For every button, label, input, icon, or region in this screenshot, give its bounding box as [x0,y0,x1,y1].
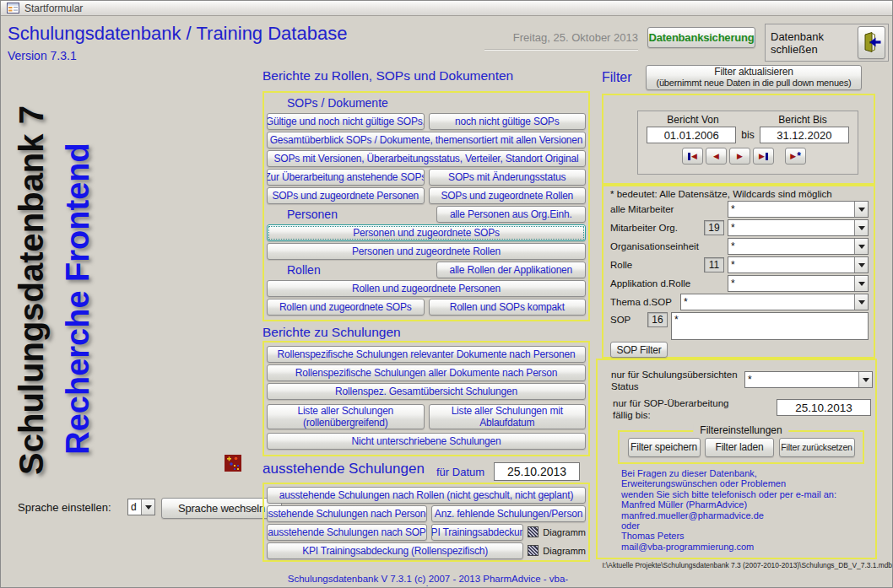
filter-speichern-button[interactable]: Filter speichern [628,438,701,457]
record-panel: Bericht Von Bericht Bis 01.01.2006 bis 3… [637,111,858,175]
schulungen-box: Rollenspezifische Schulungen relevanter … [262,341,590,456]
chevron-down-icon[interactable] [854,239,868,254]
organisationseinheit-label: Organisationseinheit [610,241,704,251]
filter-aktualisieren-button[interactable]: Filter aktualisieren (übernimmt neue Dat… [646,65,862,90]
alle-personen-button[interactable]: alle Personen aus Org.Einh. [436,206,587,223]
ausstehend-heading: ausstehende Schulungen [262,461,425,477]
filter-laden-button[interactable]: Filter laden [705,438,774,457]
nav-new-record-button[interactable]: ▶* [785,148,806,165]
anz-fehlende-schulungen-button[interactable]: Anz. fehlende Schulungen/Person [431,505,586,522]
ausstehend-nach-sop-button[interactable]: ausstehende Schulungen nach SOP [267,524,427,541]
sop-filter-button[interactable]: SOP Filter [610,342,668,358]
alle-mitarbeiter-label: alle Mitarbeiter [610,204,704,214]
chevron-down-icon[interactable] [858,372,872,387]
sops-aenderungsstatus-button[interactable]: SOPs mit Änderungsstatus [429,169,587,186]
rolle-id: 11 [704,257,724,272]
reports-docs-heading: Berichte zu Rollen, SOPs und Dokumenten [262,68,513,84]
sop-input[interactable]: * [671,312,869,340]
sops-dokumente-label: SOPs / Dokumente [267,94,586,111]
kpi-rollen-diagramm-toggle[interactable] [528,545,539,556]
nav-next-button[interactable]: ▶ [729,148,750,165]
status-select[interactable]: * [744,371,873,388]
chevron-down-icon[interactable] [854,202,868,217]
applikation-rolle-select[interactable]: * [728,275,869,292]
rollen-zugeordnete-sops-button[interactable]: Rollen und zugeordnete SOPs [267,299,425,316]
exit-door-icon [862,31,882,54]
filter-zuruecksetzen-button[interactable]: Filter zurücksetzen [779,438,855,457]
mitarbeiter-org-id: 19 [704,220,724,235]
gueltige-sops-button[interactable]: Gültige und noch nicht gültige SOPs, [267,113,425,130]
bericht-zeitraum-box: Bericht Von Bericht Bis 01.01.2006 bis 3… [602,94,875,185]
kpi-diagramm-toggle[interactable] [528,526,539,537]
sops-versionen-button[interactable]: SOPs mit Versionen, Überarbeitungsstatus… [267,150,586,167]
diagramm-label-2: Diagramm [543,542,586,559]
chevron-down-icon[interactable] [854,276,868,291]
filter-aktualisieren-line1: Filter aktualisieren [714,67,793,78]
bericht-bis-label: Bericht Bis [748,114,858,126]
personen-label: Personen [267,206,432,223]
ausstehend-nach-rollen-button[interactable]: ausstehende Schulungen nach Rollen (nich… [267,487,586,504]
nav-first-button[interactable]: ◀ [682,148,703,165]
filtereinstellungen-fieldset: Filtereinstellungen Filter speichern Fil… [618,430,864,464]
bericht-von-label: Bericht Von [638,114,748,126]
diagramm-label: Diagramm [543,524,586,541]
language-value: d [128,499,141,515]
rollenspez-relevante-dokumente-button[interactable]: Rollenspezifische Schulungen relevanter … [267,346,586,363]
rollenspez-alle-dokumente-button[interactable]: Rollenspezifische Schulungen aller Dokum… [267,364,586,381]
filter-fields-box: * bedeutet: Alle Datensätze, Wildcards s… [602,185,875,359]
rollenspez-gesamtuebersicht-button[interactable]: Rollenspez. Gesamtübersicht Schulungen [267,383,586,400]
kpi-rollenspezifisch-button[interactable]: KPI Trainingsabdeckung (Rollenspezifisch… [267,542,523,559]
filter-extra-box: nur für Schulungsübersichten Status * nu… [596,359,877,559]
nav-prev-button[interactable]: ◀ [706,148,727,165]
nav-last-button[interactable]: ▶ [753,148,774,165]
organisationseinheit-select[interactable]: * [728,238,869,255]
chevron-down-icon[interactable] [854,220,868,235]
ueberarbeitung-anstehende-sops-button[interactable]: Zur Überarbeitung anstehende SOPs [267,169,425,186]
rolle-select[interactable]: * [728,256,869,273]
chevron-down-icon[interactable] [141,499,154,515]
database-path: I:\Aktuelle Projekte\Schulungsdatenbank … [597,561,892,569]
chevron-down-icon[interactable] [854,294,868,310]
liste-schulungen-ablaufdatum-button[interactable]: Liste aller Schulungen mit Ablaufdatum [429,404,587,429]
datum-input[interactable]: 25.10.2013 [494,462,580,481]
bericht-von-input[interactable]: 01.01.2006 [647,127,736,143]
app-version: Version 7.3.1 [8,49,77,62]
sops-zugeordnete-rollen-button[interactable]: SOPs und zugeordnete Rollen [429,187,587,204]
due-date-input[interactable]: 25.10.2013 [777,399,871,416]
filtereinstellungen-legend: Filtereinstellungen [693,424,788,436]
rollen-zugeordnete-personen-button[interactable]: Rollen und zugeordnete Personen [267,280,586,297]
filter-aktualisieren-line2: (übernimmt neue Daten in die pull down m… [656,78,851,89]
gesamtueberblick-sops-button[interactable]: Gesamtüberblick SOPs / Dokumente, themen… [267,132,586,148]
due-filter-label: nur für SOP-Überarbeitung fällig bis: [613,397,728,421]
applikation-rolle-label: Applikation d.Rolle [610,278,704,289]
sop-label: SOP [610,312,647,325]
noch-nicht-gueltige-sops-button[interactable]: noch nicht gültige SOPs [429,113,587,130]
chart-icon [225,455,241,472]
startformular-window: Startformular Schulungsdatenbank / Train… [0,0,893,588]
personen-zugeordnete-rollen-button[interactable]: Personen und zugeordnete Rollen [267,243,586,260]
chevron-down-icon[interactable] [854,257,868,272]
language-select[interactable]: d [127,499,155,515]
bericht-bis-input[interactable]: 31.12.2020 [760,127,849,143]
close-database-label: Datenbank schließen [771,30,853,56]
rollen-label: Rollen [267,262,432,278]
status-filter-label: nur für Schulungsübersichten Status [611,369,738,392]
window-title: Startformular [24,3,83,14]
personen-zugeordnete-sops-button[interactable]: Personen und zugeordnete SOPs [267,224,586,241]
sop-id: 16 [647,312,668,327]
bis-label: bis [741,129,754,141]
ausstehend-nach-personen-button[interactable]: ausstehende Schulungen nach Personen [267,505,427,522]
mitarbeiter-org-select[interactable]: * [728,219,869,236]
rollen-sops-kompakt-button[interactable]: Rollen und SOPs kompakt [429,299,587,316]
alle-rollen-button[interactable]: alle Rollen der Applikationen [436,262,587,278]
thema-sop-select[interactable]: * [680,294,869,310]
liste-aller-schulungen-button[interactable]: Liste aller Schulungen (rollenübergreife… [267,404,425,429]
banner-recherche-frontend: Recherche Frontend [60,122,96,475]
datenbanksicherung-button[interactable]: Datenbanksicherung [647,27,755,48]
mitarbeiter-org-label: Mitarbeiter Org. [610,223,704,233]
alle-mitarbeiter-select[interactable]: * [728,201,869,218]
close-database-button[interactable] [858,26,885,59]
sops-zugeordnete-personen-button[interactable]: SOPs und zugeordnete Personen [267,187,425,204]
kpi-trainingsabdeckung-button[interactable]: KPI Trainingsabdeckung [431,524,523,541]
nicht-unterschriebene-button[interactable]: Nicht unterschriebene Schulungen [267,433,586,450]
